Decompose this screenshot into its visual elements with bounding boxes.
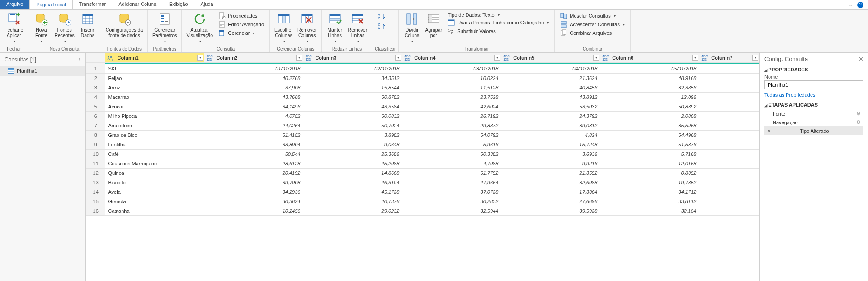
close-apply-button[interactable]: Fechar e Aplicar▾: [3, 11, 25, 44]
cell[interactable]: 50,3352: [402, 150, 501, 159]
cell[interactable]: 05/01/2018: [600, 64, 699, 74]
cell[interactable]: Lentilha: [105, 140, 204, 150]
datatype-icon[interactable]: ABC123: [503, 55, 509, 61]
cell[interactable]: 19,7352: [600, 178, 699, 187]
cell[interactable]: Milho Pipoca: [105, 112, 204, 121]
cell[interactable]: 32,5944: [402, 206, 501, 216]
cell[interactable]: [699, 102, 760, 112]
menu-file[interactable]: Arquivo: [0, 0, 29, 9]
cell[interactable]: 43,3584: [303, 102, 402, 112]
keep-rows-button[interactable]: Manter Linhas▾: [325, 11, 345, 44]
table-row[interactable]: 8Grao de Bico51,41523,895254,07924,82454…: [86, 131, 760, 140]
cell[interactable]: [699, 159, 760, 169]
cell[interactable]: Couscous Marroquino: [105, 159, 204, 169]
datatype-icon[interactable]: ABC123: [305, 55, 311, 61]
table-row[interactable]: 7Amendoim24,026450,702429,887239,031235,…: [86, 121, 760, 131]
datatype-icon[interactable]: ABC123: [206, 55, 212, 61]
applied-step[interactable]: Fonte⚙: [764, 109, 863, 118]
sort-asc-button[interactable]: AZ: [377, 13, 386, 21]
cell[interactable]: [699, 112, 760, 121]
query-item[interactable]: Planilha1: [0, 66, 85, 76]
datatype-icon[interactable]: ABC: [107, 55, 114, 62]
cell[interactable]: 39,7008: [204, 178, 303, 187]
table-row[interactable]: 2Feijao40,276834,351210,022421,362448,91…: [86, 74, 760, 83]
cell[interactable]: 43,8912: [501, 93, 600, 102]
cell[interactable]: 43,7688: [204, 93, 303, 102]
cell[interactable]: 3,6936: [501, 150, 600, 159]
cell[interactable]: 28,6128: [204, 159, 303, 169]
remove-columns-button[interactable]: Remover Colunas▾: [296, 11, 319, 44]
cell[interactable]: 47,9664: [402, 178, 501, 187]
column-filter-dropdown[interactable]: ▾: [395, 55, 401, 61]
cell[interactable]: 33,8904: [204, 140, 303, 150]
cell[interactable]: Grao de Bico: [105, 131, 204, 140]
cell[interactable]: 34,1496: [204, 102, 303, 112]
cell[interactable]: 0,8352: [600, 169, 699, 178]
cell[interactable]: 17,3304: [501, 187, 600, 197]
cell[interactable]: 21,3624: [501, 74, 600, 83]
data-type-button[interactable]: Tipo de Dados: Texto▾: [446, 12, 551, 18]
cell[interactable]: 24,3792: [501, 112, 600, 121]
cell[interactable]: 35,5968: [600, 121, 699, 131]
table-row[interactable]: 14Aveia34,293645,172837,072817,330434,17…: [86, 187, 760, 197]
column-filter-dropdown[interactable]: ▾: [296, 55, 302, 61]
cell[interactable]: Biscoito: [105, 178, 204, 187]
column-filter-dropdown[interactable]: ▾: [494, 55, 500, 61]
cell[interactable]: 21,3552: [501, 169, 600, 178]
datatype-icon[interactable]: ABC123: [602, 55, 609, 61]
table-row[interactable]: 1SKU01/01/201802/01/201803/01/201804/01/…: [86, 64, 760, 74]
remove-rows-button[interactable]: Remover Linhas▾: [346, 11, 369, 44]
cell[interactable]: 5,7168: [600, 150, 699, 159]
cell[interactable]: 4,824: [501, 131, 600, 140]
table-row[interactable]: 16Castanha10,245629,023232,594439,592832…: [86, 206, 760, 216]
cell[interactable]: 50,8392: [600, 102, 699, 112]
table-row[interactable]: 4Macarrao43,768850,875223,752843,891212,…: [86, 93, 760, 102]
collapse-ribbon-icon[interactable]: ︿: [848, 2, 853, 8]
cell[interactable]: 24,0264: [204, 121, 303, 131]
cell[interactable]: [699, 206, 760, 216]
column-header[interactable]: ABC123Column4▾: [402, 53, 501, 63]
data-source-settings-button[interactable]: Configurações da fonte de dados: [104, 11, 145, 39]
table-row[interactable]: 9Lentilha33,89049,06485,961615,724851,53…: [86, 140, 760, 150]
properties-button[interactable]: Propriedades: [217, 12, 266, 20]
cell[interactable]: 46,3104: [303, 178, 402, 187]
cell[interactable]: Quinoa: [105, 169, 204, 178]
merge-queries-button[interactable]: Mesclar Consultas▾: [558, 12, 627, 20]
sort-desc-button[interactable]: ZA: [377, 23, 386, 31]
cell[interactable]: 30,3624: [204, 197, 303, 206]
column-header[interactable]: ABC123Column6▾: [600, 53, 699, 63]
cell[interactable]: 29,8872: [402, 121, 501, 131]
cell[interactable]: 03/01/2018: [402, 64, 501, 74]
cell[interactable]: 50,8752: [303, 93, 402, 102]
cell[interactable]: [699, 178, 760, 187]
cell[interactable]: 4,7088: [402, 159, 501, 169]
cell[interactable]: 20,4192: [204, 169, 303, 178]
menu-tab[interactable]: Exibição: [163, 0, 194, 9]
column-filter-dropdown[interactable]: ▾: [752, 55, 758, 61]
cell[interactable]: 33,8112: [600, 197, 699, 206]
datatype-icon[interactable]: ABC123: [701, 55, 708, 61]
cell[interactable]: [699, 150, 760, 159]
cell[interactable]: [699, 121, 760, 131]
cell[interactable]: 10,2456: [204, 206, 303, 216]
cell[interactable]: Feijao: [105, 74, 204, 83]
cell[interactable]: Castanha: [105, 206, 204, 216]
cell[interactable]: Amendoim: [105, 121, 204, 131]
cell[interactable]: 40,8456: [501, 83, 600, 93]
query-name-input[interactable]: [764, 80, 863, 89]
cell[interactable]: 51,7752: [402, 169, 501, 178]
cell[interactable]: 54,4968: [600, 131, 699, 140]
cell[interactable]: [699, 83, 760, 93]
cell[interactable]: 30,2832: [402, 197, 501, 206]
table-row[interactable]: 12Quinoa20,419214,860851,775221,35520,83…: [86, 169, 760, 178]
cell[interactable]: 2,0808: [600, 112, 699, 121]
cell[interactable]: 48,9168: [600, 74, 699, 83]
cell[interactable]: 45,2088: [303, 159, 402, 169]
advanced-editor-button[interactable]: Editor Avançado: [217, 20, 266, 28]
cell[interactable]: 32,6088: [501, 178, 600, 187]
table-row[interactable]: 6Milho Pipoca4,075250,083226,719224,3792…: [86, 112, 760, 121]
menu-tab[interactable]: Adicionar Coluna: [112, 0, 163, 9]
column-header[interactable]: ABC123Column3▾: [303, 53, 402, 63]
applied-step[interactable]: Navegação⚙: [764, 118, 863, 126]
first-row-headers-button[interactable]: Usar a Primeira Linha como Cabeçalho▾: [446, 19, 551, 27]
